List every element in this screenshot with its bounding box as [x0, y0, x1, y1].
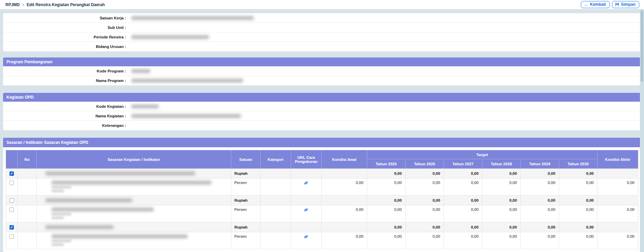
kategori-cell	[260, 232, 291, 249]
target-2025-cell: 0,00	[367, 232, 405, 249]
back-arrow-icon: ←	[584, 2, 588, 7]
main-content: Satuan Kerja : Sub Unit : Periode Renstr…	[0, 10, 644, 252]
target-2027-cell: 0,00	[444, 179, 482, 196]
target-2029-cell: 0,00	[520, 222, 559, 232]
kategori-cell	[260, 222, 291, 232]
target-2026-cell: 0,00	[405, 232, 444, 249]
target-2029-cell: 0,00	[520, 169, 559, 179]
header-target-group: Target	[367, 150, 597, 159]
row-checkbox[interactable]	[10, 225, 14, 230]
breadcrumb: RPJMD > Edit Renstra Kegiatan Perangkat …	[5, 2, 105, 7]
sasaran-text-cell	[37, 196, 231, 205]
breadcrumb-root[interactable]: RPJMD	[5, 2, 20, 7]
target-2028-cell: 0,00	[482, 169, 520, 179]
indikator-text-cell	[37, 179, 231, 196]
target-2029-cell: 0,00	[520, 196, 559, 205]
target-2026-cell: 0,00	[405, 196, 444, 205]
sasaran-panel-header: Sasaran / Indikator Sasaran Kegiatan OPD	[3, 138, 641, 147]
header-tahun-2027: Tahun 2027	[444, 159, 482, 169]
header-kondisi-awal: Kondisi Awal	[321, 150, 367, 169]
link-icon[interactable]	[304, 207, 308, 213]
header-checkbox-col	[6, 150, 18, 169]
kondisi-akhir-cell	[597, 222, 638, 232]
kategori-cell	[260, 179, 291, 196]
sub-unit-label: Sub Unit :	[3, 26, 126, 30]
kategori-cell	[260, 205, 291, 222]
kondisi-awal-cell	[321, 196, 367, 205]
header-url: URL Cara Pengukuran	[291, 150, 321, 169]
header-tahun-2030: Tahun 2030	[559, 159, 597, 169]
row-checkbox[interactable]	[10, 171, 14, 176]
nama-kegiatan-label: Nama Kegiatan :	[3, 114, 126, 118]
breadcrumb-current: Edit Renstra Kegiatan Perangkat Daerah	[26, 2, 105, 7]
redacted-value	[131, 79, 243, 83]
vertical-scrollbar[interactable]	[640, 10, 644, 252]
program-panel: Program Pembangunan Kode Program : Nama …	[3, 57, 641, 86]
satuan-cell: Rupiah	[231, 169, 260, 179]
target-2026-cell: 0,00	[405, 169, 444, 179]
redacted-value	[131, 104, 159, 108]
save-button-label: Simpan	[621, 2, 636, 7]
table-row-sasaran: Rupiah 0,00 0,00 0,00 0,00 0,00 0,00	[6, 169, 638, 179]
target-2030-cell: 0,00	[559, 232, 597, 249]
redacted-sub-text	[52, 243, 64, 246]
row-checkbox[interactable]	[10, 198, 14, 203]
kegiatan-panel-header: Kegiatan OPD	[3, 93, 641, 102]
header-no: No	[18, 150, 37, 169]
keterangan-row: Keterangan :	[3, 121, 641, 130]
save-floppy-icon	[615, 2, 619, 6]
topbar-actions: ← Kembali Simpan	[581, 1, 639, 8]
row-checkbox[interactable]	[10, 181, 14, 185]
target-2025-cell: 0,00	[367, 222, 405, 232]
satuan-cell: Persen	[231, 179, 260, 196]
kegiatan-panel: Kegiatan OPD Kode Kegiatan : Nama Kegiat…	[3, 93, 641, 131]
satuan-kerja-row: Satuan Kerja :	[3, 13, 641, 23]
link-icon[interactable]	[304, 234, 308, 240]
sasaran-text-cell	[37, 222, 231, 232]
indikator-text-cell	[37, 232, 231, 249]
kondisi-akhir-cell: 0,00	[597, 205, 638, 222]
satuan-cell: Rupiah	[231, 222, 260, 232]
no-cell	[18, 222, 37, 232]
nama-program-label: Nama Program :	[3, 79, 126, 83]
row-checkbox[interactable]	[10, 234, 14, 239]
redacted-formulasi-text	[52, 213, 71, 215]
back-button-label: Kembali	[590, 2, 606, 7]
nama-kegiatan-value	[126, 114, 641, 118]
no-cell	[18, 232, 37, 249]
back-button[interactable]: ← Kembali	[581, 1, 610, 8]
target-2030-cell: 0,00	[559, 196, 597, 205]
redacted-indikator-text	[52, 207, 154, 212]
info-panel: Satuan Kerja : Sub Unit : Periode Renstr…	[3, 13, 641, 52]
nama-kegiatan-row: Nama Kegiatan :	[3, 111, 641, 121]
target-2029-cell: 0,00	[520, 205, 559, 222]
table-row-indikator: Persen 0,00 0,00 0,00 0,00 0,00 0,00 0,0…	[6, 179, 638, 196]
sasaran-table: No Sasaran Kegiatan / Indikator Satuan K…	[6, 150, 638, 249]
target-2026-cell: 0,00	[405, 205, 444, 222]
target-2028-cell: 0,00	[482, 222, 520, 232]
kondisi-awal-cell: 0,00	[321, 232, 367, 249]
redacted-indikator-text	[52, 234, 187, 238]
kondisi-akhir-cell: 0,00	[597, 179, 638, 196]
target-2025-cell: 0,00	[367, 205, 405, 222]
target-2030-cell: 0,00	[559, 222, 597, 232]
kondisi-akhir-cell	[597, 196, 638, 205]
url-cell	[291, 196, 321, 205]
kode-kegiatan-value	[126, 104, 641, 108]
url-cell	[291, 169, 321, 179]
scrollbar-thumb[interactable]	[641, 10, 643, 82]
header-sasaran: Sasaran Kegiatan / Indikator	[37, 150, 231, 169]
link-icon[interactable]	[304, 181, 308, 186]
target-2028-cell: 0,00	[482, 232, 520, 249]
url-cell	[291, 179, 321, 196]
target-2025-cell: 0,00	[367, 169, 405, 179]
save-button[interactable]: Simpan	[612, 1, 639, 8]
target-2027-cell: 0,00	[444, 196, 482, 205]
row-checkbox[interactable]	[10, 207, 14, 212]
redacted-indikator-text	[52, 181, 211, 185]
kondisi-akhir-cell: 0,00	[597, 232, 638, 249]
kategori-cell	[260, 169, 291, 179]
target-2026-cell: 0,00	[405, 179, 444, 196]
target-2027-cell: 0,00	[444, 222, 482, 232]
kondisi-awal-cell: 0,00	[321, 179, 367, 196]
